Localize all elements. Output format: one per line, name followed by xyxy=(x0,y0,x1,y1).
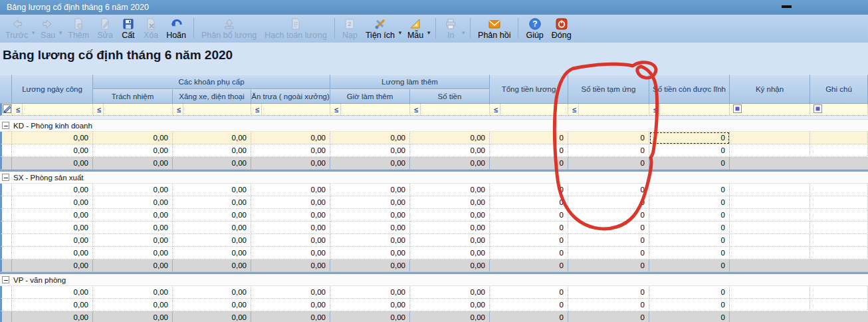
cell-so-tien-con-duoc-linh[interactable]: 0 xyxy=(649,247,730,259)
cell-luong-ngay-cong[interactable]: 0,00 xyxy=(12,247,93,259)
cell-ky-nhan[interactable] xyxy=(730,286,810,299)
cell-xang-xe-dien-thoai[interactable]: 0,00 xyxy=(173,234,251,247)
cell-xang-xe-dien-thoai[interactable]: 0,00 xyxy=(173,247,251,259)
filter-operator[interactable]: ≤ xyxy=(95,104,104,115)
filter-operator[interactable]: ≤ xyxy=(651,104,660,115)
cell-row-indicator[interactable] xyxy=(0,132,12,144)
cell-luong-ngay-cong[interactable]: 0,00 xyxy=(12,196,93,209)
filter-cell-so-tien[interactable]: ≤ xyxy=(410,104,490,116)
cell-tong-tien-luong[interactable]: 0 xyxy=(490,247,568,259)
filter-cell-luong-ngay-cong[interactable]: ≤ xyxy=(12,104,93,116)
cell-so-tien-con-duoc-linh[interactable]: 0 xyxy=(649,286,730,299)
cell-ky-nhan[interactable] xyxy=(730,196,810,209)
toolbar-button-close[interactable]: Đóng xyxy=(548,15,576,41)
cell-tong-tien-luong[interactable]: 0 xyxy=(490,286,568,299)
cell-luong-ngay-cong[interactable]: 0,00 xyxy=(12,286,93,299)
cell-tong-tien-luong[interactable]: 0 xyxy=(490,299,568,311)
cell-tong-tien-luong[interactable]: 0 xyxy=(490,144,568,157)
cell-so-tien-con-duoc-linh[interactable]: 0 xyxy=(649,222,730,234)
cell-an-trua-ngoai-xuong[interactable]: 0,00 xyxy=(251,209,330,222)
cell-xang-xe-dien-thoai[interactable]: 0,00 xyxy=(173,209,251,222)
filter-cell-row-indicator[interactable] xyxy=(0,104,12,116)
collapse-icon[interactable] xyxy=(2,122,9,129)
filter-operator[interactable]: ≤ xyxy=(332,104,341,115)
cell-ky-nhan[interactable] xyxy=(730,184,810,196)
cell-trach-nhiem[interactable]: 0,00 xyxy=(93,196,173,209)
cell-row-indicator[interactable] xyxy=(0,234,12,247)
cell-ghi-chu[interactable] xyxy=(810,184,868,196)
cell-luong-ngay-cong[interactable]: 0,00 xyxy=(12,234,93,247)
toolbar-button-delete-document[interactable]: Xóa xyxy=(140,15,162,41)
cell-luong-ngay-cong[interactable]: 0,00 xyxy=(12,144,93,157)
group-row[interactable]: KD - Phòng kinh doanh xyxy=(0,120,868,132)
column-header-indicator[interactable] xyxy=(0,75,12,104)
filter-cell-gio-lam-them[interactable]: ≤ xyxy=(330,104,410,116)
cell-ky-nhan[interactable] xyxy=(730,222,810,234)
cell-so-tien-con-duoc-linh[interactable]: 0 xyxy=(649,132,730,144)
column-group-header-phu-cap[interactable]: Các khoản phụ cấp xyxy=(93,75,330,89)
toolbar-button-edit-document[interactable]: Sửa xyxy=(93,15,117,41)
cell-gio-lam-them[interactable]: 0,00 xyxy=(330,247,410,259)
cell-so-tien[interactable]: 0,00 xyxy=(410,299,490,311)
cell-xang-xe-dien-thoai[interactable]: 0,00 xyxy=(173,144,251,157)
filter-operator[interactable]: ≤ xyxy=(412,104,421,115)
cell-so-tien-con-duoc-linh[interactable]: 0 xyxy=(649,299,730,311)
cell-luong-ngay-cong[interactable]: 0,00 xyxy=(12,222,93,234)
cell-so-tien-tam-ung[interactable]: 0 xyxy=(568,184,649,196)
filter-cell-ghi-chu[interactable] xyxy=(810,104,868,116)
filter-operator[interactable]: ≤ xyxy=(253,104,262,115)
column-header-xang-xe-dien-thoai[interactable]: Xăng xe, điện thoại xyxy=(173,89,251,104)
cell-so-tien-tam-ung[interactable]: 0 xyxy=(568,286,649,299)
filter-cell-tong-tien-luong[interactable]: ≤ xyxy=(490,104,568,116)
toolbar-button-back[interactable]: Trước xyxy=(1,15,32,41)
cell-gio-lam-them[interactable]: 0,00 xyxy=(330,234,410,247)
cell-an-trua-ngoai-xuong[interactable]: 0,00 xyxy=(251,144,330,157)
column-header-tong-tien-luong[interactable]: Tổng tiền lương xyxy=(490,75,568,104)
cell-ky-nhan[interactable] xyxy=(730,209,810,222)
cell-tong-tien-luong[interactable]: 0 xyxy=(490,222,568,234)
cell-so-tien[interactable]: 0,00 xyxy=(410,132,490,144)
cell-trach-nhiem[interactable]: 0,00 xyxy=(93,286,173,299)
group-row[interactable]: VP - văn phòng xyxy=(0,274,868,286)
cell-so-tien[interactable]: 0,00 xyxy=(410,144,490,157)
toolbar-button-utilities[interactable]: Tiện ích xyxy=(362,15,399,41)
cell-ghi-chu[interactable] xyxy=(810,132,868,144)
cell-xang-xe-dien-thoai[interactable]: 0,00 xyxy=(173,286,251,299)
group-row[interactable]: SX - Phòng sản xuất xyxy=(0,172,868,184)
cell-an-trua-ngoai-xuong[interactable]: 0,00 xyxy=(251,222,330,234)
toolbar-button-add-document[interactable]: Thêm xyxy=(64,15,93,41)
cell-so-tien-con-duoc-linh[interactable]: 0 xyxy=(649,144,730,157)
cell-ky-nhan[interactable] xyxy=(730,299,810,311)
toolbar-button-print[interactable]: In xyxy=(439,15,462,41)
cell-an-trua-ngoai-xuong[interactable]: 0,00 xyxy=(251,132,330,144)
cell-tong-tien-luong[interactable]: 0 xyxy=(490,132,568,144)
column-header-an-trua-ngoai-xuong[interactable]: Ăn trưa ( ngoài xưởng) xyxy=(251,89,330,104)
toolbar-button-feedback[interactable]: Phản hồi xyxy=(474,15,514,41)
cell-an-trua-ngoai-xuong[interactable]: 0,00 xyxy=(251,184,330,196)
filter-cell-an-trua-ngoai-xuong[interactable]: ≤ xyxy=(251,104,330,116)
cell-so-tien-tam-ung[interactable]: 0 xyxy=(568,144,649,157)
cell-xang-xe-dien-thoai[interactable]: 0,00 xyxy=(173,299,251,311)
toolbar-button-allocate[interactable]: Phân bổ lương xyxy=(197,15,261,41)
column-header-trach-nhiem[interactable]: Trách nhiệm xyxy=(93,89,173,104)
cell-row-indicator[interactable] xyxy=(0,209,12,222)
filter-cell-trach-nhiem[interactable]: ≤ xyxy=(93,104,173,116)
cell-ghi-chu[interactable] xyxy=(810,299,868,311)
cell-so-tien-con-duoc-linh[interactable]: 0 xyxy=(649,209,730,222)
cell-ky-nhan[interactable] xyxy=(730,144,810,157)
cell-ghi-chu[interactable] xyxy=(810,286,868,299)
cell-ghi-chu[interactable] xyxy=(810,247,868,259)
cell-so-tien[interactable]: 0,00 xyxy=(410,209,490,222)
collapse-icon[interactable] xyxy=(2,276,9,283)
cell-so-tien[interactable]: 0,00 xyxy=(410,196,490,209)
cell-so-tien[interactable]: 0,00 xyxy=(410,286,490,299)
cell-trach-nhiem[interactable]: 0,00 xyxy=(93,247,173,259)
cell-so-tien-tam-ung[interactable]: 0 xyxy=(568,196,649,209)
toolbar-button-template[interactable]: Mẫu xyxy=(403,15,427,41)
cell-so-tien-tam-ung[interactable]: 0 xyxy=(568,234,649,247)
cell-row-indicator[interactable] xyxy=(0,196,12,209)
cell-trach-nhiem[interactable]: 0,00 xyxy=(93,132,173,144)
toolbar-button-save[interactable]: Cất xyxy=(117,15,140,41)
cell-gio-lam-them[interactable]: 0,00 xyxy=(330,132,410,144)
cell-so-tien[interactable]: 0,00 xyxy=(410,184,490,196)
